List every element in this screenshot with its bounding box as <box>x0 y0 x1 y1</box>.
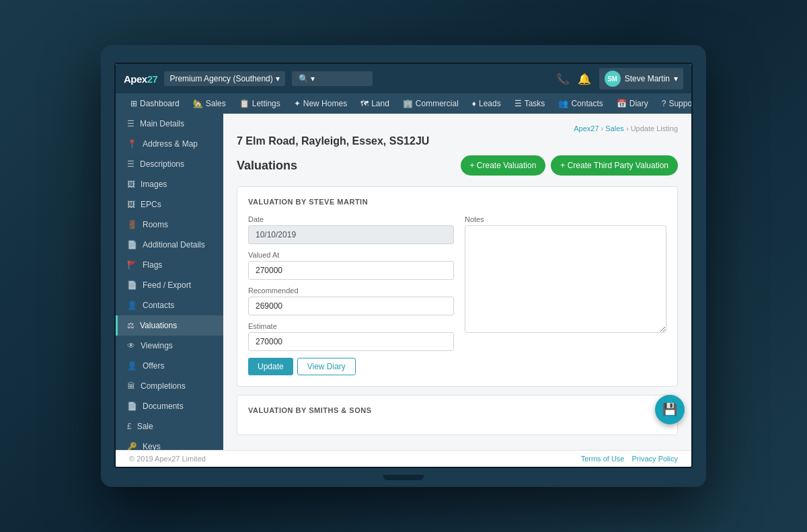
user-menu[interactable]: SM Steve Martin ▾ <box>599 68 683 89</box>
main-details-icon: ☰ <box>127 119 134 128</box>
nav-contacts[interactable]: 👥 Contacts <box>551 93 609 114</box>
images-icon: 🖼 <box>127 180 135 189</box>
top-bar: Apex27 Premium Agency (Southend) ▾ 🔍 ▾ 📞… <box>116 64 691 93</box>
sidebar-item-viewings[interactable]: 👁 Viewings <box>116 336 223 356</box>
nav-new-homes[interactable]: ✦ New Homes <box>287 93 354 114</box>
main-layout: ☰ Main Details 📍 Address & Map ☰ Descrip… <box>116 114 691 450</box>
create-valuation-button[interactable]: + Create Valuation <box>461 155 546 176</box>
date-group: Date <box>248 215 454 244</box>
breadcrumb-sales[interactable]: Sales <box>605 124 624 132</box>
nav-sales[interactable]: 🏡 Sales <box>186 93 233 114</box>
agency-name: Premium Agency (Southend) <box>169 74 272 83</box>
user-name: Steve Martin <box>625 74 670 83</box>
nav-bar: ⊞ Dashboard 🏡 Sales 📋 Lettings ✦ New Hom… <box>116 93 691 114</box>
sales-icon: 🏡 <box>193 99 203 108</box>
estimate-input[interactable] <box>248 332 454 351</box>
sidebar-item-rooms[interactable]: 🚪 Rooms <box>116 215 223 235</box>
date-label: Date <box>248 215 454 223</box>
recommended-input[interactable] <box>248 297 454 315</box>
bell-icon[interactable]: 🔔 <box>578 73 591 85</box>
fab-save-button[interactable]: 💾 <box>655 395 685 424</box>
action-buttons: + Create Valuation + Create Third Party … <box>461 155 678 176</box>
valuations-icon: ⚖ <box>127 321 134 330</box>
additional-details-icon: 📄 <box>127 240 137 250</box>
create-third-party-valuation-button[interactable]: + Create Third Party Valuation <box>551 155 678 176</box>
page-title: Valuations <box>237 159 297 173</box>
tasks-icon: ☰ <box>514 99 522 108</box>
valuation-1-header: VALUATION BY STEVE MARTIN <box>248 198 666 206</box>
footer: © 2019 Apex27 Limited Terms of Use Priva… <box>116 450 691 467</box>
epcs-icon: 🖼 <box>127 200 135 209</box>
global-search[interactable]: 🔍 ▾ <box>292 71 373 86</box>
nav-diary[interactable]: 📅 Diary <box>610 93 655 114</box>
leads-icon: ♦ <box>472 99 476 108</box>
support-icon: ? <box>662 99 666 108</box>
feed-export-icon: 📄 <box>127 280 137 290</box>
recommended-label: Recommended <box>248 287 454 295</box>
sidebar-item-documents[interactable]: 📄 Documents <box>116 396 223 416</box>
sidebar-item-valuations[interactable]: ⚖ Valuations <box>116 315 223 336</box>
documents-icon: 📄 <box>127 402 137 411</box>
search-icon: 🔍 ▾ <box>299 74 315 83</box>
nav-land[interactable]: 🗺 Land <box>354 93 396 114</box>
property-address: 7 Elm Road, Rayleigh, Essex, SS12JU <box>237 135 678 147</box>
notes-label: Notes <box>465 215 666 223</box>
sidebar-item-images[interactable]: 🖼 Images <box>116 174 223 194</box>
nav-lettings[interactable]: 📋 Lettings <box>233 93 287 114</box>
sidebar-item-offers[interactable]: 👤 Offers <box>116 356 223 376</box>
lettings-icon: 📋 <box>239 99 249 108</box>
commercial-icon: 🏢 <box>403 99 413 108</box>
terms-of-use-link[interactable]: Terms of Use <box>581 455 625 463</box>
completions-icon: 🏛 <box>127 381 135 391</box>
contacts-icon: 👥 <box>558 99 568 108</box>
page-title-row: Valuations + Create Valuation + Create T… <box>237 155 678 176</box>
valued-at-label: Valued At <box>248 251 454 259</box>
sidebar-item-additional-details[interactable]: 📄 Additional Details <box>116 235 223 255</box>
valuation-2-header: VALUATION BY SMITHS & SONS <box>248 406 666 414</box>
sidebar-item-epcs[interactable]: 🖼 EPCs <box>116 194 223 215</box>
content-area: Apex27 › Sales › Update Listing 7 Elm Ro… <box>223 114 691 450</box>
breadcrumb: Apex27 › Sales › Update Listing <box>237 124 678 132</box>
update-button[interactable]: Update <box>248 358 293 375</box>
dashboard-icon: ⊞ <box>130 99 137 108</box>
sidebar-item-contacts[interactable]: 👤 Contacts <box>116 295 223 315</box>
estimate-group: Estimate <box>248 322 454 351</box>
breadcrumb-update-listing: Update Listing <box>631 124 678 132</box>
nav-support[interactable]: ? Support <box>655 93 693 114</box>
sidebar-item-descriptions[interactable]: ☰ Descriptions <box>116 154 223 174</box>
notes-textarea[interactable] <box>465 225 666 333</box>
nav-dashboard[interactable]: ⊞ Dashboard <box>124 93 186 114</box>
sidebar-item-address-map[interactable]: 📍 Address & Map <box>116 134 223 154</box>
top-bar-right: 📞 🔔 SM Steve Martin ▾ <box>556 68 683 89</box>
valuation-card-1: VALUATION BY STEVE MARTIN Date Valued At <box>237 186 678 387</box>
agency-selector[interactable]: Premium Agency (Southend) ▾ <box>164 71 284 86</box>
diary-icon: 📅 <box>617 99 627 108</box>
breadcrumb-apex27[interactable]: Apex27 <box>574 124 599 132</box>
sidebar-item-keys[interactable]: 🔑 Keys <box>116 436 223 450</box>
nav-tasks[interactable]: ☰ Tasks <box>508 93 552 114</box>
laptop-notch <box>383 475 424 480</box>
valued-at-input[interactable] <box>248 261 454 280</box>
sidebar: ☰ Main Details 📍 Address & Map ☰ Descrip… <box>116 114 223 450</box>
nav-leads[interactable]: ♦ Leads <box>465 93 508 114</box>
flags-icon: 🚩 <box>127 260 137 270</box>
sidebar-item-feed-export[interactable]: 📄 Feed / Export <box>116 275 223 295</box>
descriptions-icon: ☰ <box>127 159 134 169</box>
sidebar-item-sale[interactable]: £ Sale <box>116 416 223 436</box>
avatar: SM <box>605 71 621 87</box>
sidebar-item-completions[interactable]: 🏛 Completions <box>116 376 223 396</box>
sidebar-item-flags[interactable]: 🚩 Flags <box>116 255 223 275</box>
phone-icon[interactable]: 📞 <box>556 73 570 85</box>
keys-icon: 🔑 <box>127 442 137 450</box>
date-input[interactable] <box>248 225 454 244</box>
valuation-1-left: Date Valued At Recommended <box>248 215 454 375</box>
privacy-policy-link[interactable]: Privacy Policy <box>632 455 678 463</box>
view-diary-button[interactable]: View Diary <box>297 358 356 375</box>
valuation-1-form: Date Valued At Recommended <box>248 215 666 375</box>
recommended-group: Recommended <box>248 287 454 315</box>
dropdown-arrow-icon: ▾ <box>276 74 280 83</box>
nav-commercial[interactable]: 🏢 Commercial <box>396 93 465 114</box>
app-logo: Apex27 <box>124 73 157 85</box>
sidebar-item-main-details[interactable]: ☰ Main Details <box>116 114 223 134</box>
sale-icon: £ <box>127 422 132 431</box>
